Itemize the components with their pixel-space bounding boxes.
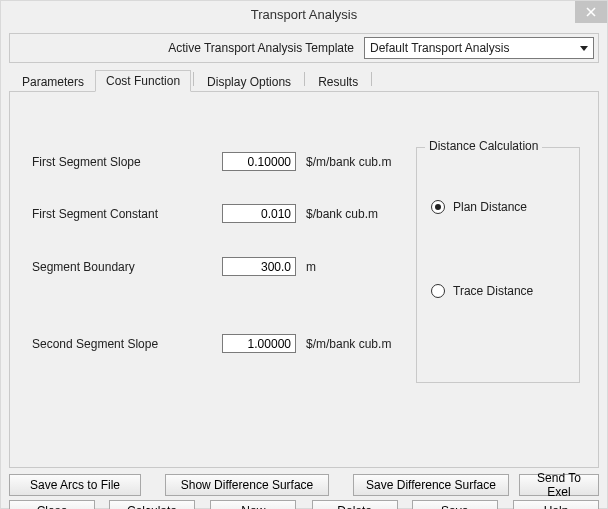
label-first-const: First Segment Constant xyxy=(32,207,222,221)
content: Active Transport Analysis Template Defau… xyxy=(1,27,607,509)
calculate-button[interactable]: Calculate xyxy=(109,500,195,509)
close-icon[interactable] xyxy=(575,1,607,23)
tab-parameters[interactable]: Parameters xyxy=(11,71,95,92)
group-title: Distance Calculation xyxy=(425,139,542,153)
row-first-const: First Segment Constant $/bank cub.m xyxy=(32,204,378,223)
label-seg-boundary: Segment Boundary xyxy=(32,260,222,274)
input-seg-boundary[interactable] xyxy=(222,257,296,276)
tab-panel-cost-function: First Segment Slope $/m/bank cub.m First… xyxy=(9,92,599,468)
input-first-slope[interactable] xyxy=(222,152,296,171)
radio-icon xyxy=(431,284,445,298)
radio-label: Plan Distance xyxy=(453,200,527,214)
save-difference-surface-button[interactable]: Save Difference Surface xyxy=(353,474,509,496)
button-row-2: Close Calculate New Delete Save Help xyxy=(9,500,599,509)
tabstrip: Parameters Cost Function Display Options… xyxy=(9,69,599,92)
radio-label: Trace Distance xyxy=(453,284,533,298)
help-button[interactable]: Help xyxy=(513,500,599,509)
save-button[interactable]: Save xyxy=(412,500,498,509)
radio-icon xyxy=(431,200,445,214)
window: Transport Analysis Active Transport Anal… xyxy=(0,0,608,509)
save-arcs-button[interactable]: Save Arcs to File xyxy=(9,474,141,496)
row-second-slope: Second Segment Slope $/m/bank cub.m xyxy=(32,334,391,353)
template-row: Active Transport Analysis Template Defau… xyxy=(9,33,599,63)
chevron-down-icon xyxy=(575,38,593,58)
tab-display-options[interactable]: Display Options xyxy=(196,71,302,92)
row-seg-boundary: Segment Boundary m xyxy=(32,257,316,276)
radio-plan-distance[interactable]: Plan Distance xyxy=(431,200,527,214)
input-first-const[interactable] xyxy=(222,204,296,223)
tab-separator xyxy=(304,72,305,86)
label-first-slope: First Segment Slope xyxy=(32,155,222,169)
row-first-slope: First Segment Slope $/m/bank cub.m xyxy=(32,152,391,171)
group-distance-calculation: Distance Calculation Plan Distance Trace… xyxy=(416,147,580,383)
label-second-slope: Second Segment Slope xyxy=(32,337,222,351)
template-label: Active Transport Analysis Template xyxy=(14,41,364,55)
show-difference-surface-button[interactable]: Show Difference Surface xyxy=(165,474,329,496)
new-button[interactable]: New xyxy=(210,500,296,509)
template-select-value: Default Transport Analysis xyxy=(365,41,509,55)
unit-first-slope: $/m/bank cub.m xyxy=(306,155,391,169)
tab-cost-function[interactable]: Cost Function xyxy=(95,70,191,92)
send-to-exel-button[interactable]: Send To Exel xyxy=(519,474,599,496)
tab-separator xyxy=(371,72,372,86)
input-second-slope[interactable] xyxy=(222,334,296,353)
delete-button[interactable]: Delete xyxy=(312,500,398,509)
svg-marker-2 xyxy=(580,46,588,51)
unit-second-slope: $/m/bank cub.m xyxy=(306,337,391,351)
unit-seg-boundary: m xyxy=(306,260,316,274)
button-row-1: Save Arcs to File Show Difference Surfac… xyxy=(9,474,599,496)
close-button[interactable]: Close xyxy=(9,500,95,509)
radio-trace-distance[interactable]: Trace Distance xyxy=(431,284,533,298)
titlebar: Transport Analysis xyxy=(1,1,607,27)
tab-results[interactable]: Results xyxy=(307,71,369,92)
unit-first-const: $/bank cub.m xyxy=(306,207,378,221)
tab-separator xyxy=(193,72,194,86)
template-select[interactable]: Default Transport Analysis xyxy=(364,37,594,59)
window-title: Transport Analysis xyxy=(251,7,357,22)
